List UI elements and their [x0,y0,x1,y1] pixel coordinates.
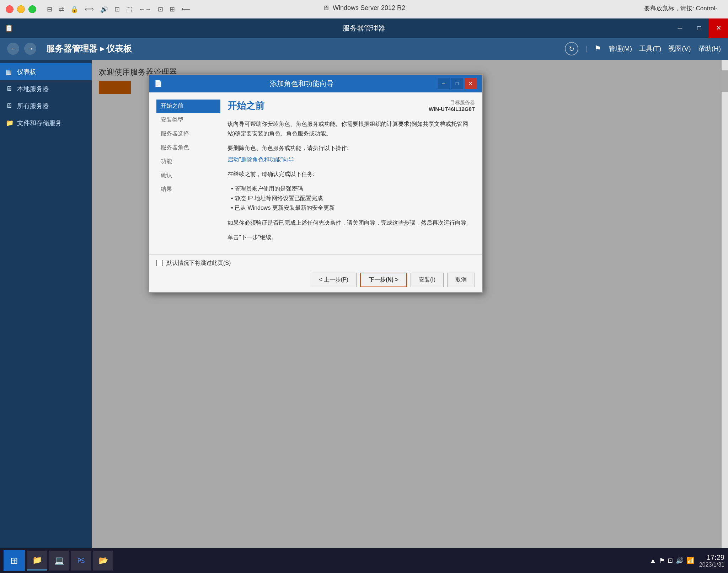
dialog-link[interactable]: 启动"删除角色和功能"向导 [228,156,294,162]
grid-icon[interactable]: ⊞ [170,5,175,13]
sm-sidebar: ▦ 仪表板 🖥 本地服务器 🖥 所有服务器 📁 文件和存储服务 [0,60,92,548]
dialog-para1: 该向导可帮助你安装角色、角色服务或功能。你需要根据组织的计算要求(例如共享文档或… [228,119,475,138]
all-servers-icon: 🖥 [6,102,14,110]
sidebar-toggle-icon[interactable]: ⊟ [47,5,52,13]
win-title-text: 服务器管理器 [343,23,385,33]
checklist-item-1: • 管理员帐户使用的是强密码 [231,184,475,193]
dialog-right: 目标服务器 WIN-UT46IL12G8T 开始之前 该向导可帮助你安装角色、角… [228,100,475,247]
nav-icon[interactable]: ⇄ [59,5,64,13]
sidebar-item-label-dashboard: 仪表板 [17,68,36,76]
nav-back-btn[interactable]: ← [7,43,19,55]
dialog-nav-result[interactable]: 结果 [156,183,220,196]
menu-manage[interactable]: 管理(M) [609,44,632,53]
win-close-btn[interactable]: ✕ [709,18,728,38]
sidebar-item-file-storage[interactable]: 📁 文件和存储服务 [0,114,92,132]
checklist-item-3: • 已从 Windows 更新安装最新的安全更新 [231,203,475,213]
menu-help[interactable]: 帮助(H) [698,44,721,53]
refresh-icon: ↻ [569,45,574,53]
add-roles-dialog: 📄 添加角色和功能向导 ─ □ ✕ [149,74,483,293]
skip-page-checkbox[interactable] [156,260,163,266]
dialog-target-server: 目标服务器 WIN-UT46IL12G8T [429,100,475,112]
sidebar-item-label-file: 文件和存储服务 [17,119,62,127]
mac-close-btn[interactable] [6,5,14,13]
taskbar-time[interactable]: 17:29 2023/1/31 [699,553,724,568]
dialog-nav-confirm[interactable]: 确认 [156,169,220,182]
mac-minimize-btn[interactable] [17,5,25,13]
dialog-minimize-btn[interactable]: ─ [437,77,450,90]
capture-icon[interactable]: ⬚ [126,5,132,13]
taskbar-sys-icons: ▲ ⚑ ⊡ 🔊 📶 [650,557,694,564]
sidebar-item-label-local: 本地服务器 [17,85,49,93]
arrow-icon[interactable]: ⟺ [85,5,94,13]
tray-flag-icon[interactable]: ⚑ [659,557,665,564]
display-icon[interactable]: ⊡ [114,5,120,13]
tray-monitor-icon[interactable]: ⊡ [668,557,673,564]
sm-nav-right: ↻ | ⚑ 管理(M) 工具(T) 视图(V) 帮助(H) [565,42,721,55]
win-maximize-btn[interactable]: □ [690,18,709,38]
dialog-para2: 要删除角色、角色服务或功能，请执行以下操作: [228,143,475,153]
flag-icon: ⚑ [594,44,601,53]
speaker-icon[interactable]: 🔊 [100,5,108,13]
start-icon: ⊞ [10,555,18,566]
vm-title: 🖥 Windows Server 2012 R2 [323,4,405,12]
sidebar-item-all-servers[interactable]: 🖥 所有服务器 [0,97,92,114]
start-button[interactable]: ⊞ [4,550,25,571]
mac-fullscreen-btn[interactable] [28,5,36,13]
back2-icon[interactable]: ⟵ [181,5,191,13]
breadcrumb: 服务器管理器 ▸ 仪表板 [46,43,132,54]
sidebar-item-local-server[interactable]: 🖥 本地服务器 [0,80,92,97]
date-display: 2023/1/31 [699,562,724,568]
sidebar-item-dashboard[interactable]: ▦ 仪表板 [0,63,92,80]
tray-network-icon[interactable]: 📶 [686,557,694,564]
dialog-para3: 在继续之前，请确认完成以下任务: [228,169,475,179]
nav-separator: | [585,45,587,53]
scrollbar-thumb[interactable] [722,70,728,92]
taskbar-explorer[interactable]: 📂 [93,551,113,571]
file-storage-icon: 📁 [6,119,14,127]
tray-sound-icon[interactable]: 🔊 [676,557,684,564]
dashboard-icon: ▦ [6,68,14,76]
win-minimize-btn[interactable]: ─ [670,18,690,38]
dialog-btn-row: < 上一步(P) 下一步(N) > 安装(I) 取消 [156,273,475,287]
menu-tools[interactable]: 工具(T) [639,44,661,53]
nav-back-icon: ← [10,45,16,53]
dialog-title-text: 添加角色和功能向导 [166,79,437,89]
dialog-body: 开始之前 安装类型 服务器选择 服务器角色 功能 确认 结果 [149,92,482,254]
dialog-controls[interactable]: ─ □ ✕ [437,77,477,90]
refresh-btn[interactable]: ↻ [565,42,578,55]
sm-scrollbar[interactable] [722,60,728,548]
arrow2-icon[interactable]: ←→ [139,6,151,13]
dialog-close-btn[interactable]: ✕ [464,77,477,90]
win-controls[interactable]: ─ □ ✕ [670,18,728,38]
btn-next[interactable]: 下一步(N) > [360,273,407,287]
taskbar-ps-icon: PS [77,557,85,564]
taskbar-server-icon: 💻 [54,556,64,565]
btn-prev[interactable]: < 上一步(P) [311,273,357,287]
mac-hint: 要释放鼠标，请按: Control- [644,4,717,12]
dialog-nav-server-select[interactable]: 服务器选择 [156,127,220,140]
btn-cancel[interactable]: 取消 [447,273,475,287]
checklist-item-2: • 静态 IP 地址等网络设置已配置完成 [231,193,475,203]
taskbar-powershell[interactable]: PS [71,551,91,571]
btn-install[interactable]: 安装(I) [411,273,444,287]
taskbar-file-manager[interactable]: 📁 [27,551,47,571]
skip-page-label: 默认情况下将跳过此页(S) [166,259,231,267]
vm-icon: 🖥 [323,4,329,12]
taskbar-server-manager[interactable]: 💻 [49,551,69,571]
sm-content: 欢迎使用服务器管理器 📄 添加角色和功能向导 ─ [92,60,728,548]
menu-view[interactable]: 视图(V) [668,44,691,53]
tray-expand-icon[interactable]: ▲ [650,557,656,564]
dialog-overlay: 📄 添加角色和功能向导 ─ □ ✕ [92,60,728,548]
dialog-nav-install-type[interactable]: 安装类型 [156,113,220,127]
local-server-icon: 🖥 [6,85,14,93]
dialog-nav-server-roles[interactable]: 服务器角色 [156,141,220,154]
mac-titlebar: ⊟ ⇄ 🔒 ⟺ 🔊 ⊡ ⬚ ←→ ⊡ ⊞ ⟵ 🖥 Windows Server … [0,0,728,18]
nav-fwd-btn[interactable]: → [24,43,36,55]
dialog-maximize-btn[interactable]: □ [451,77,464,90]
window-icon[interactable]: ⊡ [158,5,163,13]
lock-icon[interactable]: 🔒 [70,5,78,13]
dialog-nav-features[interactable]: 功能 [156,155,220,168]
time-display: 17:29 [699,553,724,562]
taskbar-right: ▲ ⚑ ⊡ 🔊 📶 17:29 2023/1/31 [650,553,724,568]
dialog-nav-start[interactable]: 开始之前 [156,100,220,113]
